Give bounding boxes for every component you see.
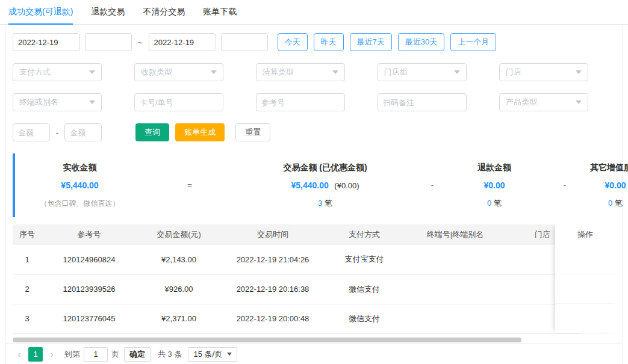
cell-amount: ¥2,143.00 (137, 245, 221, 274)
cell-reference: 120123939526 (42, 274, 137, 304)
header-time: 交易时间 (221, 224, 325, 245)
cell-reference: 120124960824 (42, 245, 137, 274)
table-header-row: 序号 参考号 交易金额(元) 交易时间 支付方式 终端号|终端别名 门店 (13, 224, 579, 245)
header-index: 序号 (13, 224, 42, 245)
chevron-down-icon (89, 70, 95, 74)
cell-method: 微信支付 (325, 274, 404, 304)
horizontal-scrollbar[interactable] (13, 338, 521, 342)
date-range-separator: ~ (138, 38, 143, 47)
action-fixed-column: 操作 (555, 224, 615, 333)
trade-discount: (¥0.00) (334, 181, 359, 190)
amount-min-input[interactable] (13, 123, 50, 141)
equals-operator: = (145, 176, 235, 194)
goto-label: 到第 (64, 349, 80, 360)
page-unit-label: 页 (111, 349, 119, 360)
summary-trade: 交易金额 (已优惠金额) ¥5,440.00 (¥0.00) 3 笔 (235, 158, 415, 212)
tab-refund-transactions[interactable]: 退款交易 (91, 0, 125, 25)
cell-terminal (404, 274, 506, 304)
cell-time: 2022-12-19 21:04:26 (221, 245, 325, 274)
chevron-down-icon (332, 70, 338, 74)
other-count-unit: 笔 (615, 199, 623, 208)
cell-reference: 120123776045 (42, 304, 137, 333)
table-row[interactable]: 3 120123776045 ¥2,371.00 2022-12-19 20:0… (13, 304, 579, 333)
cell-index: 1 (13, 245, 42, 274)
header-reference: 参考号 (42, 224, 137, 245)
search-button[interactable]: 查询 (135, 123, 169, 141)
payment-method-select[interactable]: 支付方式 (13, 63, 102, 81)
cell-method: 支付宝支付 (325, 245, 404, 274)
store-group-select[interactable]: 门店组 (378, 63, 467, 81)
cell-terminal (404, 304, 506, 333)
summary-bar: 实收金额 ¥5,440.00 （包含口碑、微信直连） = 交易金额 (已优惠金额… (13, 153, 615, 217)
reference-number-input[interactable] (256, 93, 345, 111)
tab-successful-transactions[interactable]: 成功交易(可退款) (8, 0, 73, 25)
table-row[interactable]: 2 120123939526 ¥926.00 2022-12-19 20:16:… (13, 274, 579, 304)
scan-note-input[interactable] (378, 93, 467, 111)
store-placeholder: 门店 (506, 67, 521, 78)
terminal-placeholder: 终端或别名 (19, 97, 58, 108)
product-type-select[interactable]: 产品类型 (499, 93, 588, 111)
start-time-input[interactable] (85, 33, 132, 51)
chevron-down-icon (89, 100, 95, 104)
transactions-table-wrapper: 序号 参考号 交易金额(元) 交易时间 支付方式 终端号|终端别名 门店 1 1… (13, 224, 615, 334)
next-page-button[interactable]: › (45, 347, 58, 362)
cell-amount: ¥2,371.00 (137, 304, 221, 333)
store-select[interactable]: 门店 (499, 63, 588, 81)
amount-max-input[interactable] (64, 123, 102, 141)
refund-amount: ¥0.00 (449, 176, 539, 194)
cell-time: 2022-12-19 20:00:48 (221, 304, 325, 333)
table-row[interactable]: 1 120124960824 ¥2,143.00 2022-12-19 21:0… (13, 245, 579, 274)
tab-unsettled-transactions[interactable]: 不清分交易 (143, 0, 185, 25)
clearing-type-placeholder: 清算类型 (263, 67, 294, 78)
terminal-select[interactable]: 终端或别名 (13, 93, 102, 111)
tab-bill-download[interactable]: 账单下载 (203, 0, 237, 25)
refund-label: 退款金额 (449, 158, 539, 176)
end-date-input[interactable] (149, 33, 216, 51)
header-action: 操作 (555, 224, 615, 245)
minus-operator: - (539, 176, 590, 194)
trade-label: 交易金额 (已优惠金额) (235, 158, 415, 176)
total-count-label: 共 3 条 (158, 349, 182, 360)
chevron-down-icon (576, 100, 582, 104)
page-size-select[interactable]: 15 条/页 (188, 347, 237, 362)
content-panel: ~ 今天 昨天 最近7天 最近30天 上一个月 支付方式 收款类型 清算类型 (5, 25, 623, 364)
cell-index: 3 (13, 304, 42, 333)
summary-other-services: 其它增值服务 ¥0.00 0 笔 (590, 158, 628, 212)
current-page-button[interactable]: 1 (28, 347, 43, 362)
refund-count: 0 (487, 199, 491, 208)
action-cell (555, 274, 615, 304)
quick-last30days-button[interactable]: 最近30天 (398, 33, 444, 51)
quick-last7days-button[interactable]: 最近7天 (350, 33, 392, 51)
other-count: 0 (608, 199, 612, 208)
received-label: 实收金额 (15, 158, 145, 176)
goto-page-input[interactable] (84, 347, 108, 362)
other-amount: ¥0.00 (590, 176, 628, 194)
filter-section: ~ 今天 昨天 最近7天 最近30天 上一个月 支付方式 收款类型 清算类型 (5, 25, 623, 141)
start-date-input[interactable] (13, 33, 80, 51)
chevron-down-icon (227, 353, 232, 356)
end-time-input[interactable] (221, 33, 268, 51)
chevron-down-icon (576, 70, 582, 74)
clearing-type-select[interactable]: 清算类型 (256, 63, 345, 81)
received-note: （包含口碑、微信直连） (15, 194, 145, 212)
receipt-type-select[interactable]: 收款类型 (134, 63, 223, 81)
other-count-row: 0 笔 (590, 194, 628, 212)
quick-yesterday-button[interactable]: 昨天 (314, 33, 344, 51)
trade-count-unit: 笔 (325, 199, 332, 208)
generate-bill-button[interactable]: 账单生成 (175, 123, 225, 141)
confirm-button[interactable]: 确定 (124, 347, 151, 362)
quick-lastmonth-button[interactable]: 上一个月 (450, 33, 496, 51)
reset-button[interactable]: 重置 (235, 123, 270, 141)
page-size-value: 15 条/页 (193, 349, 222, 360)
refund-count-row: 0 笔 (449, 194, 539, 212)
trade-amount: ¥5,440.00 (291, 180, 328, 190)
amount-range-separator: - (56, 128, 58, 137)
header-terminal: 终端号|终端别名 (404, 224, 506, 245)
prev-page-button[interactable]: ‹ (13, 347, 26, 362)
card-number-input[interactable] (134, 93, 223, 111)
action-cell (555, 304, 615, 333)
product-type-placeholder: 产品类型 (506, 97, 537, 108)
refund-count-unit: 笔 (494, 199, 502, 208)
quick-today-button[interactable]: 今天 (278, 33, 308, 51)
amount-filter-row: - 查询 账单生成 重置 (13, 123, 615, 141)
